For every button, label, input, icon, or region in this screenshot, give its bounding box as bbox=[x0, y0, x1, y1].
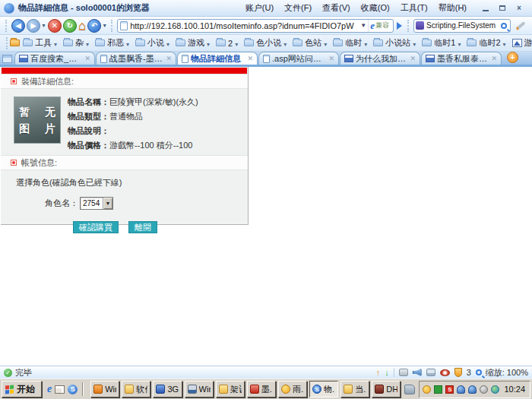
search-icon[interactable] bbox=[501, 23, 507, 29]
tab-item-detail-active[interactable]: 物品詳細信息 ✕ bbox=[177, 52, 258, 65]
task-window-2[interactable]: Win... bbox=[185, 381, 214, 397]
tab-why-joined[interactable]: 为什么我加入了... ✕ bbox=[340, 52, 420, 65]
close-button[interactable]: × bbox=[513, 3, 525, 14]
menu-help[interactable]: 帮助(H) bbox=[433, 1, 472, 15]
task-3g[interactable]: 3G... bbox=[153, 381, 182, 397]
task-dhm[interactable]: DHM... bbox=[372, 381, 401, 397]
go-button[interactable] bbox=[397, 22, 402, 30]
menu-file[interactable]: 文件(F) bbox=[279, 1, 317, 15]
shield-icon[interactable] bbox=[454, 368, 462, 377]
browser-window: 物品詳細信息 - solo00001的浏览器 账户(U) 文件(F) 查看(V)… bbox=[0, 0, 532, 399]
minimize-button[interactable] bbox=[480, 3, 492, 14]
new-tab-button[interactable]: + bbox=[507, 52, 518, 63]
ad-filter-eye-icon[interactable] bbox=[440, 369, 450, 376]
folder-icon bbox=[344, 385, 353, 394]
tab-baidu-search[interactable]: 百度搜索_墨香 ... ✕ bbox=[14, 52, 95, 65]
refresh-button[interactable]: ↻ bbox=[63, 19, 77, 33]
tools-icon[interactable] bbox=[399, 369, 408, 376]
menu-favorites[interactable]: 收藏(O) bbox=[356, 1, 395, 15]
undo-dropdown-icon[interactable]: ▼ bbox=[102, 23, 107, 28]
compat-mode-button[interactable]: e 兼容 bbox=[368, 20, 391, 32]
leave-button[interactable]: 離開 bbox=[128, 221, 157, 233]
show-desktop-icon[interactable] bbox=[55, 385, 65, 394]
task-dang-folder[interactable]: 当... bbox=[340, 381, 369, 397]
window-icon bbox=[93, 385, 103, 394]
address-bar[interactable]: http://192.168.100.101/msoIteminfo.asp?i… bbox=[117, 19, 394, 33]
tray-s-icon[interactable]: S bbox=[445, 385, 454, 394]
tab-close-icon[interactable]: ✕ bbox=[410, 55, 416, 62]
search-box[interactable]: Scripting.FileSystem bbox=[413, 19, 511, 33]
task-item-detail-active[interactable]: S物... bbox=[309, 381, 338, 397]
tray-messenger-icon[interactable] bbox=[457, 385, 465, 394]
ie-quicklaunch-icon[interactable]: e bbox=[47, 384, 52, 394]
confirm-purchase-button[interactable]: 確認購買 bbox=[73, 221, 119, 233]
chevron-down-icon bbox=[283, 39, 287, 48]
task-jiashe-folder[interactable]: 架设 bbox=[216, 381, 245, 397]
fav-folder-2[interactable]: 2 bbox=[213, 39, 241, 48]
tray-gray-icon[interactable] bbox=[480, 385, 488, 394]
forward-dropdown-icon[interactable]: ▼ bbox=[41, 23, 46, 28]
search-input[interactable]: Scripting.FileSystem bbox=[426, 21, 501, 30]
fav-folder-novel[interactable]: 小说 bbox=[132, 37, 173, 49]
tab-close-icon[interactable]: ✕ bbox=[328, 55, 334, 62]
back-button[interactable]: ◀ bbox=[11, 19, 25, 33]
undo-button[interactable]: ↶ bbox=[87, 19, 101, 33]
fav-folder-temp[interactable]: 临时 bbox=[330, 37, 370, 49]
address-dropdown-icon[interactable]: ▼ bbox=[359, 22, 368, 29]
task-mo[interactable]: 墨... bbox=[247, 381, 276, 397]
highlighter-icon[interactable] bbox=[515, 21, 525, 30]
menu-tools[interactable]: 工具(T) bbox=[395, 1, 433, 15]
folder-icon bbox=[333, 40, 343, 46]
item-detail-panel: 裝備詳細信息: 暂 无 图 片 物品名稱： 巨陵寶甲(深紫/敏)(永久) 物品類… bbox=[1, 67, 249, 225]
fav-folder-misc[interactable]: 杂 bbox=[60, 37, 92, 49]
tab-close-icon[interactable]: ✕ bbox=[491, 55, 497, 62]
tray-bt-icon[interactable] bbox=[491, 385, 499, 394]
select-dropdown-icon[interactable]: ▼ bbox=[103, 198, 112, 209]
fav-folder-tools[interactable]: 工具 bbox=[20, 37, 60, 49]
fav-folder-games[interactable]: 游戏 bbox=[173, 37, 213, 49]
task-window-1[interactable]: Win... bbox=[90, 381, 119, 397]
zoom-control[interactable]: 缩放: 100% bbox=[476, 367, 528, 378]
tab-moxiang-sifu[interactable]: 墨香私服泰坦复... ✕ bbox=[421, 52, 502, 65]
task-yu[interactable]: 雨... bbox=[278, 381, 307, 397]
clock[interactable]: 10:24 bbox=[504, 385, 525, 394]
tab-close-icon[interactable]: ✕ bbox=[84, 55, 90, 62]
fav-folder-temp2[interactable]: 临时2 bbox=[464, 37, 508, 49]
tab-close-icon[interactable]: ✕ bbox=[247, 55, 253, 62]
download-arrow-icon[interactable]: ↓ bbox=[385, 369, 389, 377]
fav-folder-novelsite[interactable]: 小说站 bbox=[370, 37, 419, 49]
tab-close-icon[interactable]: ✕ bbox=[166, 55, 172, 62]
fav-link-gamelist[interactable]: 游戏列表 bbox=[509, 37, 532, 49]
upload-arrow-icon[interactable]: ↑ bbox=[376, 369, 381, 377]
tray-face-icon[interactable] bbox=[423, 385, 431, 394]
menu-view[interactable]: 查看(V) bbox=[317, 1, 356, 15]
menu-account[interactable]: 账户(U) bbox=[240, 1, 279, 15]
folder-icon bbox=[63, 40, 73, 46]
tray-green-icon[interactable] bbox=[434, 385, 442, 394]
tab-zhanmo[interactable]: 战墨飘香-墨香... ✕ bbox=[96, 52, 176, 65]
fav-folder-7[interactable]: 色小说 bbox=[241, 37, 290, 49]
browser-quicklaunch-icon[interactable]: S bbox=[68, 385, 78, 394]
start-button[interactable]: 开始 bbox=[2, 381, 42, 397]
window-mode-icon[interactable] bbox=[426, 369, 435, 376]
computer-icon bbox=[188, 385, 197, 394]
folder-icon bbox=[125, 385, 134, 394]
tab-asp-question[interactable]: .asp网站问题 - A... ✕ bbox=[258, 52, 339, 65]
maximize-button[interactable] bbox=[496, 3, 508, 14]
speaker-icon[interactable] bbox=[413, 369, 422, 376]
stop-button[interactable]: ✕ bbox=[48, 19, 62, 33]
favorites-root-folder-icon[interactable] bbox=[10, 40, 20, 46]
task-software-folder[interactable]: 软件 bbox=[122, 381, 150, 397]
ime-language-icon[interactable] bbox=[404, 385, 415, 394]
fav-folder-temp1[interactable]: 临时1 bbox=[419, 37, 464, 49]
fav-folder-8[interactable]: 色站 bbox=[290, 37, 330, 49]
select-role-hint: 選擇角色(確認角色已經下線) bbox=[1, 170, 248, 188]
system-tray: S 10:24 bbox=[419, 381, 530, 398]
fav-folder-3[interactable]: 邪恶 bbox=[92, 37, 132, 49]
role-select[interactable]: 2754 ▼ bbox=[80, 197, 113, 210]
tab-list-icon[interactable] bbox=[2, 55, 12, 63]
address-input[interactable]: http://192.168.100.101/msoIteminfo.asp?i… bbox=[130, 21, 359, 30]
home-button[interactable]: ⌂ bbox=[78, 19, 86, 32]
tray-messenger-icon[interactable] bbox=[468, 385, 477, 394]
forward-button[interactable]: ▶ bbox=[27, 19, 40, 33]
